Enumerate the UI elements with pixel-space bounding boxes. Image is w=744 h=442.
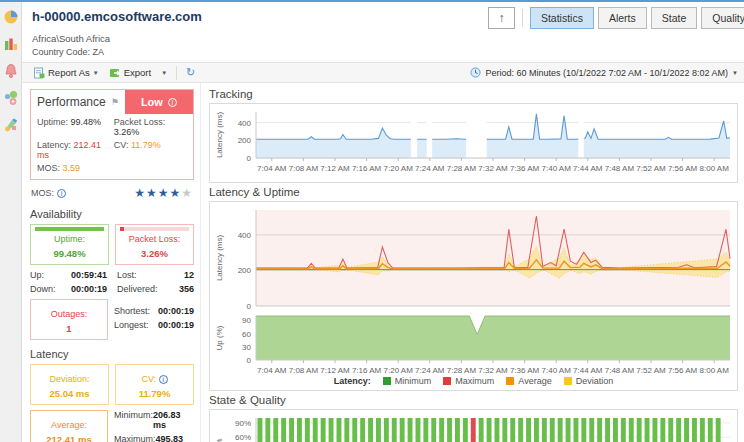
period-selector[interactable]: Period: 60 Minutes (10/1/2022 7:02 AM - … xyxy=(470,67,738,78)
svg-text:7:32 AM: 7:32 AM xyxy=(478,366,508,375)
alerts-bell-icon[interactable] xyxy=(3,63,19,79)
svg-text:7:08 AM: 7:08 AM xyxy=(289,366,319,375)
latency-uptime-chart-title: Latency & Uptime xyxy=(209,186,738,198)
svg-text:7:28 AM: 7:28 AM xyxy=(447,164,477,173)
svg-text:7:56 AM: 7:56 AM xyxy=(668,164,698,173)
performance-title-row: Performance ⚑ xyxy=(31,90,125,114)
performance-metrics: Uptime: 99.48% Packet Loss: 3.26% Latenc… xyxy=(31,114,193,179)
quality-brush-icon[interactable] xyxy=(3,117,19,133)
svg-text:8:00 AM: 8:00 AM xyxy=(700,366,730,375)
tracking-chart[interactable]: 02004007:04 AM7:08 AM7:12 AM7:16 AM7:20 … xyxy=(209,103,738,183)
report-as-button[interactable]: Report As ▼ xyxy=(30,66,102,80)
refresh-button[interactable]: ↻ xyxy=(183,65,198,80)
lost-value: 12 xyxy=(184,270,194,280)
tab-quality[interactable]: Quality xyxy=(701,7,744,29)
toolbar-separator xyxy=(176,66,177,80)
up-level-button[interactable]: ↑ xyxy=(488,7,515,29)
latency-legend: Latency:MinimumMaximumAverageDeviation xyxy=(210,376,737,390)
perf-mos-value: 3.59 xyxy=(63,163,81,173)
header-separator xyxy=(522,9,523,27)
performance-grade-label: Low xyxy=(141,96,163,108)
perf-cv-label: CV: xyxy=(114,140,129,150)
legend-swatch-icon xyxy=(383,377,391,385)
svg-text:7:44 AM: 7:44 AM xyxy=(573,164,603,173)
bar-chart-icon[interactable] xyxy=(3,36,19,52)
legend-swatch-icon xyxy=(506,377,514,385)
export-caret-icon: ▼ xyxy=(161,70,167,76)
deviation-box-value: 25.04 ms xyxy=(33,388,106,399)
clock-icon xyxy=(470,67,481,78)
average-box-label: Average: xyxy=(33,420,105,430)
latency-uptime-chart[interactable]: 0200400Latency (ms)0306090Up (%)7:04 AM7… xyxy=(209,201,738,391)
svg-text:400: 400 xyxy=(238,231,252,240)
statistics-pie-chart-icon[interactable] xyxy=(3,9,19,25)
deviation-box-label: Deviation: xyxy=(33,374,106,384)
legend-swatch-icon xyxy=(564,377,572,385)
performance-grade-badge[interactable]: Low i xyxy=(125,90,193,114)
perf-uptime: Uptime: 99.48% xyxy=(37,117,114,137)
state-quality-chart[interactable]: 90%60%% xyxy=(209,409,738,442)
svg-text:90: 90 xyxy=(242,316,251,325)
report-as-caret-icon: ▼ xyxy=(93,70,99,76)
perf-packet-loss: Packet Loss: 3.26% xyxy=(114,117,187,137)
latency-boxes-row2: Average: 212.41 ms Minimum:206.83 ms Max… xyxy=(30,410,194,442)
legend-swatch-icon xyxy=(443,377,451,385)
outages-box-value: 1 xyxy=(33,323,105,334)
tab-statistics[interactable]: Statistics xyxy=(530,7,594,29)
packet-loss-box-label: Packet Loss: xyxy=(118,234,191,244)
svg-text:7:52 AM: 7:52 AM xyxy=(636,366,666,375)
svg-text:7:48 AM: 7:48 AM xyxy=(605,164,635,173)
deviation-box: Deviation: 25.04 ms xyxy=(30,364,109,405)
star-icon: ★ xyxy=(134,186,146,200)
state-quality-chart-canvas[interactable]: 90%60%% xyxy=(210,410,738,442)
legend-item-maximum: Maximum xyxy=(443,376,494,386)
maximum-label: Maximum: xyxy=(114,434,156,442)
tab-state[interactable]: State xyxy=(651,7,698,29)
tab-alerts[interactable]: Alerts xyxy=(598,7,647,29)
svg-text:7:12 AM: 7:12 AM xyxy=(320,164,350,173)
down-value: 00:00:19 xyxy=(71,284,107,294)
performance-title: Performance xyxy=(37,95,106,109)
svg-text:200: 200 xyxy=(238,266,252,275)
legend-item-minimum: Minimum xyxy=(383,376,432,386)
svg-text:7:36 AM: 7:36 AM xyxy=(510,164,540,173)
export-button[interactable]: Export xyxy=(106,66,154,80)
perf-uptime-value: 99.48% xyxy=(71,117,102,127)
availability-boxes: Uptime: 99.48% Packet Loss: 3.26% xyxy=(30,224,194,265)
performance-card-header: Performance ⚑ Low i xyxy=(31,90,193,114)
down-label: Down: xyxy=(30,284,56,294)
perf-uptime-label: Uptime: xyxy=(37,117,68,127)
svg-text:7:44 AM: 7:44 AM xyxy=(573,366,603,375)
state-circles-icon[interactable] xyxy=(3,90,19,106)
tracking-chart-canvas[interactable]: 02004007:04 AM7:08 AM7:12 AM7:16 AM7:20 … xyxy=(210,104,738,182)
outages-row: Outages: 1 Shortest:00:00:19 Longest:00:… xyxy=(30,299,194,340)
app-window: h-00000.emcosoftware.com ↑ Statistics Al… xyxy=(0,0,744,442)
export-dropdown-button[interactable]: ▼ xyxy=(158,69,170,77)
period-caret-icon: ▼ xyxy=(732,70,738,76)
svg-text:%: % xyxy=(215,438,224,442)
svg-text:7:56 AM: 7:56 AM xyxy=(668,366,698,375)
svg-text:7:32 AM: 7:32 AM xyxy=(478,164,508,173)
svg-text:7:48 AM: 7:48 AM xyxy=(605,366,635,375)
country-code: Country Code: ZA xyxy=(32,47,734,57)
perf-mos-label: MOS: xyxy=(37,163,60,173)
legend-item-deviation: Deviation xyxy=(564,376,614,386)
legend-item-label: Minimum xyxy=(395,376,432,386)
mos-info-icon[interactable]: i xyxy=(57,189,66,198)
host-title: h-00000.emcosoftware.com xyxy=(32,7,202,24)
cv-info-icon[interactable]: i xyxy=(159,375,168,384)
packet-loss-box-value: 3.26% xyxy=(118,248,191,259)
perf-latency-label: Latency: xyxy=(37,140,71,150)
perf-packet-loss-value: 3.26% xyxy=(114,127,140,137)
svg-text:30: 30 xyxy=(242,343,251,352)
longest-label: Longest: xyxy=(114,320,149,330)
latency-section-title: Latency xyxy=(30,348,194,360)
latency-uptime-chart-canvas[interactable]: 0200400Latency (ms)0306090Up (%)7:04 AM7… xyxy=(210,202,738,376)
legend-label: Latency: xyxy=(334,376,371,386)
svg-text:Latency (ms): Latency (ms) xyxy=(215,112,224,159)
performance-hint-icon: ⚑ xyxy=(111,97,119,107)
shortest-row: Shortest:00:00:19 xyxy=(114,306,194,316)
svg-text:400: 400 xyxy=(238,119,252,128)
mos-row-label: MOS: xyxy=(31,188,54,198)
delivered-value: 356 xyxy=(179,284,194,294)
